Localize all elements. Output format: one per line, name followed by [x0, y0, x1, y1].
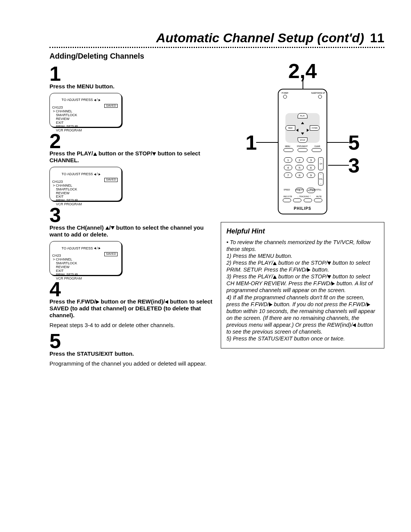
stop-label: STOP: [300, 139, 305, 141]
osd-text: /: [96, 172, 99, 176]
play-button[interactable]: PLAY: [298, 113, 307, 118]
content-columns: 1 Press the MENU button. TO ADJUST PRESS…: [49, 62, 384, 370]
osd-saved-badge: SAVED: [104, 178, 118, 182]
right-arrow-icon: [307, 268, 311, 272]
right-arrow-icon: [331, 282, 335, 286]
down-arrow-icon: [301, 130, 304, 137]
key-6[interactable]: 6: [307, 165, 315, 170]
step-4-text: Press the F.FWD/ button or the REW(ind)/…: [49, 298, 213, 319]
right-arrow-icon: [99, 247, 100, 249]
title-row: Automatic Channel Setup (cont'd) 11: [49, 30, 384, 48]
step-text-part: Press the PLAY/: [49, 150, 93, 157]
remote-control: POWER SLEEP/WAKE UP PLAY STOP REW F.FWD: [278, 89, 327, 214]
right-arrow-icon: [99, 173, 100, 176]
step-4-number: 4: [49, 280, 213, 299]
ch-rocker[interactable]: ⌃ CH ⌄: [318, 157, 323, 170]
right-arrow-icon: [99, 99, 100, 101]
step-text-part: button or the REW(ind)/: [99, 298, 165, 305]
mute-button[interactable]: [314, 198, 322, 202]
key-5[interactable]: 5: [295, 165, 304, 170]
step-1-text: Press the MENU button.: [49, 83, 213, 90]
rew-button[interactable]: REW: [285, 125, 295, 131]
power-button[interactable]: [283, 95, 287, 99]
recotr-button[interactable]: [283, 198, 291, 202]
callout-right-bottom: 3: [348, 153, 360, 177]
step-2-number: 2: [49, 132, 213, 150]
osd-item-text: CHANNEL: [56, 257, 72, 261]
hint-line: To review the channels memorized by the …: [226, 239, 370, 252]
key-8[interactable]: 8: [295, 173, 304, 178]
callout-line: [326, 142, 349, 143]
pause-label: PAUSE/STILL: [309, 189, 321, 191]
up-caret-icon: ⌃: [309, 195, 311, 198]
osd-saved-badge: SAVED: [104, 252, 118, 256]
page-number: 11: [368, 30, 384, 45]
key-2[interactable]: 2: [295, 157, 304, 163]
key-9[interactable]: 9: [307, 173, 315, 178]
ffwd-button[interactable]: F.FWD: [310, 125, 320, 131]
brand-label: PHILIPS: [279, 206, 327, 211]
right-arrow-icon: [96, 300, 99, 304]
osd-text: TO ADJUST PRESS: [62, 98, 94, 102]
key-4[interactable]: 4: [284, 165, 292, 170]
number-keypad: 1 2 3 4 5 6 7 8 9: [284, 157, 315, 178]
tracking-down-button[interactable]: [293, 198, 301, 202]
osd-saved-badge: SAVED: [104, 104, 118, 108]
up-arrow-icon: [93, 152, 97, 156]
play-label: PLAY: [300, 115, 305, 117]
down-caret-icon: ⌄: [320, 167, 322, 169]
hint-line: 5) Press the STATUS/EXIT button once or …: [226, 335, 345, 342]
manual-page: Automatic Channel Setup (cont'd) 11 Addi…: [0, 0, 411, 401]
step-2-text: Press the PLAY/ button or the STOP/ butt…: [49, 150, 213, 164]
callout-top: 2,4: [288, 59, 317, 83]
up-outline-arrow-icon: [105, 226, 109, 230]
ch-label: CH: [319, 163, 322, 165]
remote-diagram: 2,4 1 5 3 POWER SLEEP/WAKE UP PLAY S: [249, 62, 356, 214]
up-arrow-icon: [301, 119, 304, 126]
clear-label: CLEAR: [314, 145, 320, 147]
title-text: Automatic Channel Setup (cont'd): [156, 30, 364, 45]
step-1-number: 1: [49, 64, 213, 83]
key-3[interactable]: 3: [307, 157, 315, 163]
callout-line: [256, 142, 279, 143]
hint-line: button or the STOP/: [277, 273, 327, 280]
sleep-label: SLEEP/WAKE UP: [311, 92, 325, 94]
key-7[interactable]: 7: [284, 173, 292, 178]
helpful-hint-box: Helpful Hint • To review the channels me…: [221, 222, 384, 348]
vol-label: VOL: [319, 178, 323, 180]
right-arrow-icon: [307, 126, 309, 133]
up-caret-icon: ⌃: [320, 158, 322, 161]
hint-line: 2) Press the PLAY/: [226, 260, 273, 266]
hint-title: Helpful Hint: [226, 227, 379, 236]
callout-line: [328, 165, 349, 166]
osd-item-text: CHANNEL: [56, 184, 72, 187]
status-exit-button[interactable]: [298, 148, 307, 152]
vol-rocker[interactable]: ⌃ VOL ⌄: [318, 173, 323, 185]
tracking-label-cell: ⌄ TRACKING ⌃: [297, 195, 311, 198]
up-arrow-icon: [273, 275, 277, 279]
hint-line: button. If you do not press the F.FWD/: [272, 301, 367, 307]
steps-column: 1 Press the MENU button. TO ADJUST PRESS…: [49, 62, 213, 370]
menu-button[interactable]: [284, 148, 293, 152]
left-arrow-icon: [296, 126, 298, 133]
menu-row: [279, 148, 327, 152]
step-3-text: Press the CH(annel) / button to select t…: [49, 224, 213, 238]
up-arrow-icon: [273, 262, 277, 265]
key-1[interactable]: 1: [284, 157, 292, 163]
ch-vol-rockers: ⌃ CH ⌄ ⌃ VOL ⌄: [318, 157, 324, 185]
osd-screen-3: TO ADJUST PRESS / CH23 SAVED > CHANNEL S…: [49, 241, 122, 275]
hint-body: • To review the channels memorized by th…: [226, 239, 379, 342]
down-arrow-icon: [327, 275, 331, 279]
right-arrow-icon: [367, 303, 370, 307]
power-label: POWER: [282, 92, 288, 94]
hint-line: button.: [311, 267, 329, 273]
tracking-up-button[interactable]: [304, 198, 312, 202]
stop-button[interactable]: STOP: [298, 137, 307, 143]
clear-button[interactable]: [312, 148, 322, 152]
down-arrow-icon: [152, 152, 156, 156]
step-text-part: button or the STOP/: [97, 150, 153, 157]
callout-right-top: 5: [348, 131, 360, 154]
osd-screen-1: TO ADJUST PRESS / CH123 SAVED > CHANNEL …: [49, 93, 122, 127]
sleep-button[interactable]: [318, 95, 322, 99]
speed-row-labels: SPEED MEMORY PAUSE/STILL: [279, 189, 327, 191]
